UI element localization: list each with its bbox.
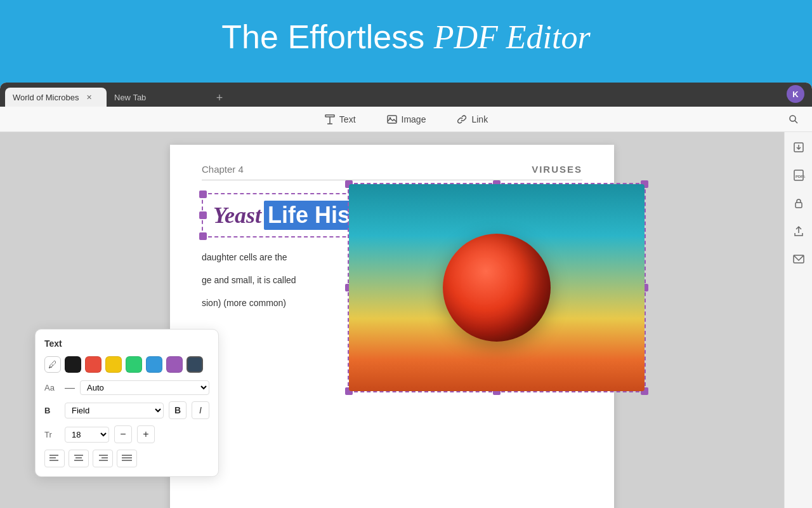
- color-row: 🖊: [44, 356, 209, 373]
- color-swatch-purple[interactable]: [166, 356, 183, 373]
- image-selection-box[interactable]: [348, 183, 646, 392]
- align-center-button[interactable]: [69, 450, 89, 467]
- font-size-number-select[interactable]: 18: [65, 427, 109, 443]
- svg-text:PDF/A: PDF/A: [796, 175, 805, 178]
- svg-line-6: [795, 121, 797, 123]
- image-icon: [386, 114, 398, 125]
- align-right-button[interactable]: [93, 450, 113, 467]
- lock-icon[interactable]: [791, 196, 806, 211]
- toolbar-link-button[interactable]: Link: [451, 111, 493, 128]
- font-row: B Field B I: [44, 401, 209, 419]
- font-size-select[interactable]: Auto: [80, 380, 209, 395]
- color-swatch-custom[interactable]: [187, 356, 203, 373]
- user-avatar-button[interactable]: K: [787, 85, 804, 103]
- align-justify-button[interactable]: [117, 450, 137, 467]
- pdf-page: Chapter 4 VIRUSES Yeast Life History: [170, 145, 614, 508]
- pdf-area: Chapter 4 VIRUSES Yeast Life History: [0, 132, 784, 508]
- image-label: Image: [402, 114, 426, 124]
- viruses-label: VIRUSES: [532, 164, 582, 175]
- color-swatch-red[interactable]: [85, 356, 102, 373]
- link-icon: [456, 114, 468, 125]
- tab-close-button[interactable]: ✕: [84, 92, 95, 102]
- app-tagline: The Effortless PDF Editor: [0, 18, 812, 56]
- toolbar-image-button[interactable]: Image: [381, 111, 431, 128]
- italic-button[interactable]: I: [192, 401, 209, 419]
- bold-button[interactable]: B: [169, 401, 187, 419]
- aa-row: Aa — Auto: [44, 380, 209, 395]
- color-swatch-black[interactable]: [65, 356, 81, 373]
- tab-label: World of Microbes: [13, 93, 79, 102]
- new-tab-button[interactable]: +: [211, 89, 228, 107]
- font-b-label: B: [44, 406, 60, 415]
- share-icon[interactable]: [791, 224, 806, 239]
- svg-point-5: [790, 116, 796, 121]
- mail-icon[interactable]: [791, 251, 806, 267]
- aa-dash: —: [65, 382, 75, 394]
- download-icon[interactable]: [791, 140, 806, 155]
- panel-title: Text: [44, 338, 209, 349]
- handle-bottom-left[interactable]: [199, 232, 207, 240]
- align-left-button[interactable]: [44, 450, 65, 467]
- handle-middle-left[interactable]: [199, 211, 207, 219]
- chapter-label: Chapter 4: [202, 164, 244, 175]
- tab-new-tab[interactable]: New Tab: [107, 88, 208, 107]
- svg-rect-23: [796, 203, 802, 208]
- editor-toolbar: Text Image Link: [0, 107, 812, 132]
- toolbar-right-actions: [783, 111, 804, 128]
- tab-label: New Tab: [114, 93, 146, 102]
- svg-rect-0: [325, 115, 334, 117]
- tab-bar: World of Microbes ✕ New Tab + K: [0, 83, 812, 107]
- toolbar-text-button[interactable]: Text: [319, 111, 361, 128]
- main-area: Chapter 4 VIRUSES Yeast Life History: [0, 132, 812, 508]
- search-icon: [788, 114, 799, 125]
- aa-label: Aa: [44, 383, 60, 392]
- size-row: Tr 18 − +: [44, 425, 209, 443]
- tab-world-of-microbes[interactable]: World of Microbes ✕: [5, 88, 107, 107]
- align-row: [44, 450, 209, 467]
- sphere-image: [349, 184, 645, 391]
- right-sidebar: PDF/A: [784, 132, 812, 508]
- color-swatch-yellow[interactable]: [105, 356, 122, 373]
- sphere-ball: [443, 234, 551, 342]
- tagline-cursive: PDF Editor: [434, 19, 591, 55]
- text-formatting-panel: Text 🖊 Aa — Auto: [35, 329, 219, 477]
- size-decrease-button[interactable]: −: [114, 425, 132, 443]
- color-swatch-green[interactable]: [126, 356, 142, 373]
- size-label: Tr: [44, 430, 60, 439]
- handle-top-left[interactable]: [199, 190, 207, 198]
- size-increase-button[interactable]: +: [137, 425, 155, 443]
- link-label: Link: [471, 114, 488, 124]
- page-header: Chapter 4 VIRUSES: [202, 164, 582, 180]
- text-icon: [324, 114, 336, 125]
- top-banner: The Effortless PDF Editor: [0, 0, 812, 76]
- pdf-convert-icon[interactable]: PDF/A: [791, 168, 806, 183]
- color-edit-icon[interactable]: 🖊: [44, 356, 61, 373]
- text-label: Text: [339, 114, 356, 124]
- color-swatch-blue[interactable]: [146, 356, 162, 373]
- browser-window: World of Microbes ✕ New Tab + K Text Ima…: [0, 83, 812, 508]
- title-yeast: Yeast: [213, 202, 261, 229]
- font-family-select[interactable]: Field: [65, 403, 164, 418]
- tagline-plain: The Effortless: [221, 18, 433, 55]
- search-button[interactable]: [783, 111, 804, 128]
